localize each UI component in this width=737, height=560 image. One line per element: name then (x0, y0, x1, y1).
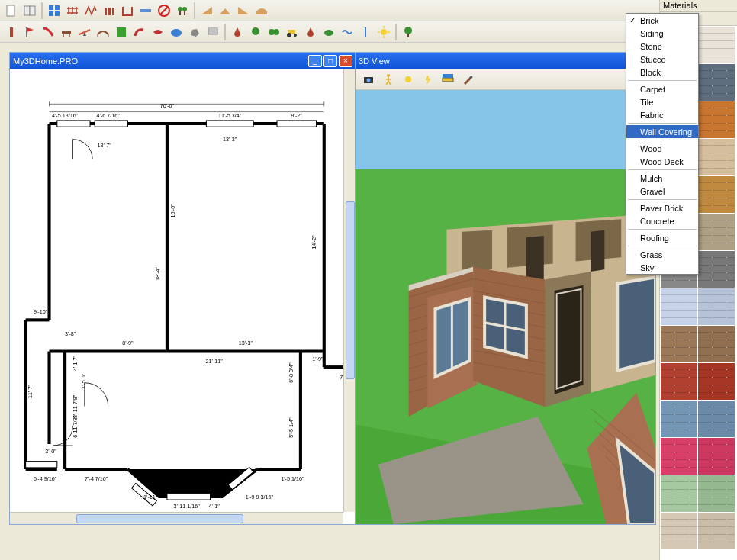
svg-marker-108 (526, 236, 544, 284)
menu-item[interactable]: Wood Deck (626, 155, 698, 168)
tool-line[interactable] (357, 24, 374, 40)
tool-pond[interactable] (168, 24, 185, 40)
ruler-toggle-icon[interactable] (439, 71, 456, 88)
tool-slope-1[interactable] (198, 2, 215, 19)
tool-fence-3[interactable] (101, 2, 117, 19)
close-button[interactable]: × (339, 55, 352, 67)
material-swatch[interactable] (661, 475, 697, 512)
svg-point-35 (287, 33, 291, 37)
camera-icon[interactable] (360, 71, 377, 88)
menu-item[interactable]: Wall Covering (626, 125, 698, 138)
menu-item[interactable]: Gravel (626, 185, 698, 198)
tool-bench[interactable] (58, 24, 75, 40)
walk-icon[interactable] (380, 71, 397, 88)
floorplan-title: My3DHome.PRO (13, 56, 78, 66)
material-swatch[interactable] (661, 513, 697, 549)
tool-drop[interactable] (229, 24, 246, 40)
tool-sun[interactable] (375, 24, 392, 40)
tool-slope-2[interactable] (217, 2, 233, 19)
material-swatch[interactable] (698, 64, 735, 101)
material-swatch[interactable] (698, 401, 735, 437)
material-swatch[interactable] (698, 438, 735, 475)
svg-rect-2 (30, 6, 35, 15)
tool-prohibit[interactable] (156, 2, 172, 19)
tool-flow[interactable] (339, 24, 356, 40)
svg-text:1'-11": 1'-11" (143, 494, 158, 500)
floorplan-scroll-horizontal[interactable] (10, 512, 343, 524)
view3d-titlebar[interactable]: 3D View (356, 53, 655, 69)
menu-item[interactable]: Carpet (626, 82, 698, 95)
menu-item[interactable]: Stucco (626, 53, 698, 66)
maximize-button[interactable]: □ (323, 55, 337, 67)
material-swatch[interactable] (661, 438, 697, 475)
tool-shrub-1[interactable] (247, 24, 264, 40)
tool-plot[interactable] (113, 24, 130, 40)
menu-item[interactable]: Paver Brick (626, 201, 698, 214)
material-swatch[interactable] (698, 513, 735, 549)
material-swatch[interactable] (698, 176, 735, 213)
tool-post[interactable] (3, 24, 20, 40)
tool-grid[interactable] (46, 2, 63, 19)
tool-fence-1[interactable] (64, 2, 81, 19)
svg-rect-45 (407, 34, 409, 37)
tool-fence-2[interactable] (82, 2, 99, 19)
tool-flag[interactable] (21, 24, 38, 40)
tool-new-page[interactable] (3, 2, 20, 19)
tool-shrub-2[interactable] (266, 24, 282, 40)
material-swatch[interactable] (698, 363, 735, 400)
material-swatch[interactable] (661, 288, 697, 325)
sun-icon[interactable] (400, 71, 417, 88)
tool-tree[interactable] (400, 24, 417, 40)
floorplan-scroll-vertical[interactable] (343, 69, 356, 512)
svg-text:10'-0": 10'-0" (169, 204, 176, 218)
material-swatch[interactable] (698, 214, 735, 250)
minimize-button[interactable]: _ (308, 55, 322, 67)
tool-grill[interactable] (204, 24, 221, 40)
material-swatch[interactable] (698, 326, 735, 362)
material-swatch[interactable] (698, 101, 735, 138)
tool-seesaw[interactable] (76, 24, 93, 40)
svg-rect-1 (24, 6, 30, 15)
floorplan-canvas[interactable]: 70'-0" 4'-5 13/16" 4'-6 7/16" 11'-5 3/4"… (10, 69, 356, 524)
tool-tractor[interactable] (284, 24, 301, 40)
material-swatch[interactable] (661, 401, 697, 437)
menu-item[interactable]: Wood (626, 142, 698, 155)
menu-item[interactable]: Fabric (626, 108, 698, 121)
tool-slope-3[interactable] (235, 2, 252, 19)
tool-curve-2[interactable] (150, 24, 166, 40)
menu-item[interactable]: Roofing (626, 231, 698, 244)
tool-book[interactable] (21, 2, 38, 19)
material-swatch[interactable] (698, 288, 735, 325)
svg-rect-6 (55, 11, 60, 16)
tool-curve[interactable] (131, 24, 148, 40)
material-swatch[interactable] (661, 326, 697, 362)
menu-item[interactable]: Sky (626, 261, 698, 274)
material-swatch[interactable] (661, 363, 697, 400)
brush-icon[interactable] (459, 71, 476, 88)
menu-item[interactable]: Mulch (626, 172, 698, 185)
tool-path[interactable] (137, 2, 154, 19)
tool-slide[interactable] (40, 24, 56, 40)
light-icon[interactable] (420, 71, 436, 88)
view3d-title: 3D View (359, 56, 390, 66)
menu-item[interactable]: Siding (626, 27, 698, 40)
view3d-canvas[interactable] (356, 90, 655, 524)
tool-slope-4[interactable] (253, 2, 270, 19)
tool-rock[interactable] (186, 24, 203, 40)
menu-item[interactable]: Stone (626, 40, 698, 53)
material-swatch[interactable] (698, 27, 735, 63)
material-swatch[interactable] (698, 251, 735, 288)
menu-item[interactable]: Tile (626, 95, 698, 108)
menu-item[interactable]: Block (626, 66, 698, 79)
tool-trees[interactable] (174, 2, 191, 19)
material-swatch[interactable] (698, 475, 735, 512)
menu-item[interactable]: Concrete (626, 214, 698, 227)
material-swatch[interactable] (698, 139, 735, 175)
tool-fence-4[interactable] (119, 2, 136, 19)
tool-shrub-3[interactable] (320, 24, 337, 40)
tool-drop-2[interactable] (302, 24, 319, 40)
tool-bridge[interactable] (95, 24, 111, 40)
floorplan-titlebar[interactable]: My3DHome.PRO _ □ × (10, 53, 356, 69)
menu-item[interactable]: Brick (626, 14, 698, 27)
menu-item[interactable]: Grass (626, 248, 698, 261)
